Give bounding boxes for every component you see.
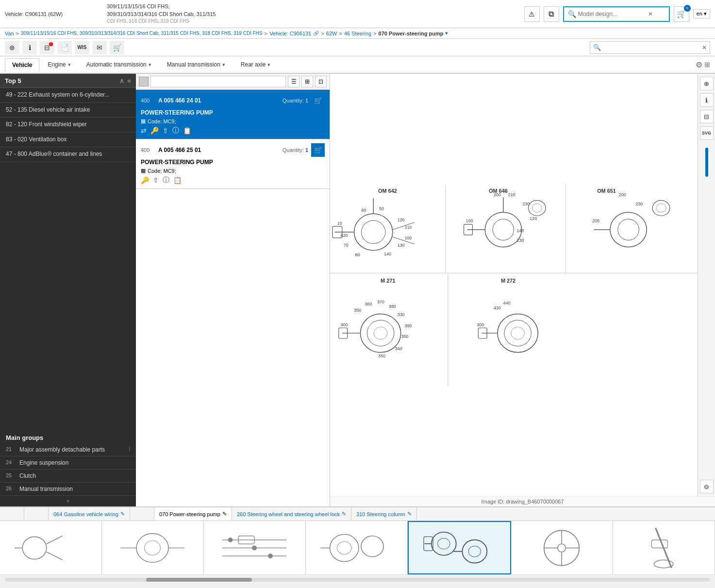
part-1-cart-button[interactable]: 🛒 xyxy=(311,94,325,107)
thumb-label-empty1[interactable] xyxy=(0,507,24,521)
toolbar-search-input[interactable] xyxy=(603,44,700,51)
part-2-pos: 400 xyxy=(141,147,155,153)
mail-button[interactable]: ✉ xyxy=(92,41,107,54)
thumbnail-5[interactable] xyxy=(408,521,511,574)
breadcrumb-model[interactable]: 309/11/13/15/16 CDI FHS, 309/310/313/314… xyxy=(21,31,263,36)
thumbnail-1[interactable] xyxy=(0,521,102,574)
breadcrumb-steering[interactable]: 46 Steering xyxy=(344,31,371,36)
filter-diagram-button[interactable]: ⊟ xyxy=(700,110,714,123)
copy-button[interactable]: ⧉ xyxy=(544,6,559,22)
svg-export-button[interactable]: SVG xyxy=(700,126,714,140)
thumb-064-edit-icon[interactable]: ✎ xyxy=(120,511,125,517)
thumbnail-4[interactable] xyxy=(306,521,408,574)
nav-right-icons: ⚙ ⊞ xyxy=(696,60,710,69)
document-button[interactable]: 📄 xyxy=(57,41,72,54)
vehicle-link-icon[interactable]: 🔗 xyxy=(313,31,319,36)
sidebar-item-adblue[interactable]: 47 - 800 AdBlue® container and lines xyxy=(0,147,136,162)
sidebar-item-diesel-air[interactable]: 52 - 135 Diesel vehicle air intake xyxy=(0,103,136,118)
thumbnail-3[interactable] xyxy=(204,521,306,574)
part-1-code-value: Code: MC9; xyxy=(148,118,176,124)
thumb-070-edit-icon[interactable]: ✎ xyxy=(222,511,227,517)
svg-text:140: 140 xyxy=(517,228,524,233)
cart-toolbar-button[interactable]: 🛒 xyxy=(110,41,124,54)
share-icon-2[interactable]: ⇧ xyxy=(153,176,159,184)
thumb-label-260[interactable]: 260 Steering wheel and steering wheel lo… xyxy=(232,507,351,521)
main-group-25-num: 25 xyxy=(6,472,16,478)
svg-text:440
        410
        440
  : 440 410 440 400 410 440 xyxy=(503,301,511,305)
sidebar-item-front-wiper[interactable]: 82 - 120 Front windshield wiper xyxy=(0,118,136,133)
breadcrumb-van[interactable]: Van xyxy=(5,31,14,36)
part-card-1[interactable]: 400 A 005 466 24 01 Quantity: 1 🛒 POWER-… xyxy=(136,90,330,139)
main-group-24-label: Engine suspension xyxy=(19,459,130,466)
tab-manual-transmission[interactable]: Manual transmission ▾ xyxy=(160,58,233,71)
info-button[interactable]: ℹ xyxy=(22,41,37,54)
main-group-25[interactable]: 25 Clutch xyxy=(0,470,136,483)
thumb-label-empty2[interactable] xyxy=(24,507,49,521)
main-group-24[interactable]: 24 Engine suspension xyxy=(0,456,136,470)
config-icon[interactable]: ⊞ xyxy=(704,61,710,68)
doc-icon-2[interactable]: 📋 xyxy=(173,176,182,184)
part-1-number: A 005 466 24 01 xyxy=(158,97,280,104)
sidebar-item-exhaust[interactable]: 49 - 222 Exhaust system on 6-cylinder... xyxy=(0,88,136,103)
zoom-in-diagram-button[interactable]: ⊕ xyxy=(700,77,714,90)
svg-point-95 xyxy=(330,534,359,561)
arrow-icon[interactable]: ⇄ xyxy=(141,127,147,134)
info-diagram-button[interactable]: ℹ xyxy=(700,93,714,107)
settings-icon[interactable]: ⚙ xyxy=(696,60,702,69)
main-group-26[interactable]: 26 Manual transmission xyxy=(0,483,136,496)
svg-text:390: 390 xyxy=(405,323,412,328)
thumb-label-070[interactable]: 070 Power-steering pump ✎ xyxy=(154,507,232,521)
breadcrumb-62w[interactable]: 62W xyxy=(326,31,337,36)
svg-point-91 xyxy=(228,538,233,542)
wis-button[interactable]: WIS xyxy=(75,41,89,54)
thumbnail-7[interactable] xyxy=(613,521,715,574)
thumb-label-310[interactable]: 310 Steering column ✎ xyxy=(351,507,417,521)
scrollbar-track[interactable] xyxy=(5,578,710,582)
vehicle-desc-line3: CDI FHS, 318 CDI FHS, 319 CDI FHS xyxy=(107,18,519,25)
top5-title: Top 5 xyxy=(5,77,21,84)
thumbnail-6[interactable] xyxy=(511,521,613,574)
breadcrumb-dropdown-icon[interactable]: ▾ xyxy=(445,30,448,36)
part-1-code: ▦ Code: MC9; xyxy=(141,118,325,124)
doc-icon[interactable]: 📋 xyxy=(183,127,191,134)
cart-button[interactable]: 🛒 + xyxy=(674,6,689,22)
tab-rear-axle[interactable]: Rear axle ▾ xyxy=(233,58,278,71)
thumb-260-edit-icon[interactable]: ✎ xyxy=(342,511,346,517)
expand-icon[interactable]: « xyxy=(127,77,131,84)
language-selector[interactable]: en ▾ xyxy=(693,9,710,18)
sidebar-item-vent-box[interactable]: 83 - 020 Ventilation box xyxy=(0,133,136,148)
part-card-2[interactable]: 400 A 005 466 25 01 Quantity: 1 🛒 POWER-… xyxy=(136,139,330,189)
toolbar-search-clear[interactable]: ✕ xyxy=(702,44,707,51)
list-view-button[interactable]: ☰ xyxy=(288,76,299,87)
filter-button[interactable]: ⊟ ! xyxy=(40,41,54,54)
thumb-310-edit-icon[interactable]: ✎ xyxy=(407,511,412,517)
sidebar: Top 5 ∧ « 49 - 222 Exhaust system on 6-c… xyxy=(0,74,136,506)
tab-engine[interactable]: Engine ▾ xyxy=(40,58,78,71)
thumb-label-064[interactable]: 064 Gasoline vehicle wiring ✎ xyxy=(49,507,130,521)
thumb-7-svg xyxy=(618,524,709,572)
key-icon-2[interactable]: 🔑 xyxy=(141,176,149,184)
clear-search-icon[interactable]: ✕ xyxy=(648,11,653,17)
export-button[interactable]: ⊡ xyxy=(315,76,327,87)
warning-button[interactable]: ⚠ xyxy=(524,6,540,22)
tab-vehicle[interactable]: Vehicle xyxy=(5,58,39,72)
svg-point-99 xyxy=(432,532,456,555)
model-search-input[interactable] xyxy=(578,11,646,17)
main-group-21[interactable]: 21 Major assembly detachable parts | xyxy=(0,443,136,456)
grid-view-button[interactable]: ⊞ xyxy=(301,76,313,87)
part-2-cart-button[interactable]: 🛒 xyxy=(311,143,325,157)
info-circle-icon-2[interactable]: ⓘ xyxy=(163,176,169,185)
parts-search-input[interactable] xyxy=(150,76,286,87)
zoom-out-diagram-button[interactable]: ⊖ xyxy=(700,480,714,493)
collapse-icon[interactable]: ∧ xyxy=(119,77,124,84)
thumb-label-empty3[interactable] xyxy=(130,507,154,521)
share-icon[interactable]: ⇧ xyxy=(163,127,168,134)
breadcrumb-vehicle[interactable]: Vehicle: C906131 xyxy=(269,31,311,36)
tab-auto-transmission[interactable]: Automatic transmission ▾ xyxy=(79,58,159,71)
info-circle-icon[interactable]: ⓘ xyxy=(172,126,179,135)
sidebar-scroll-down[interactable]: ▾ xyxy=(0,496,136,506)
scrollbar-thumb[interactable] xyxy=(146,578,252,582)
thumbnail-2[interactable] xyxy=(102,521,204,574)
zoom-in-button[interactable]: ⊕ xyxy=(5,41,19,54)
key-icon[interactable]: 🔑 xyxy=(150,127,159,134)
